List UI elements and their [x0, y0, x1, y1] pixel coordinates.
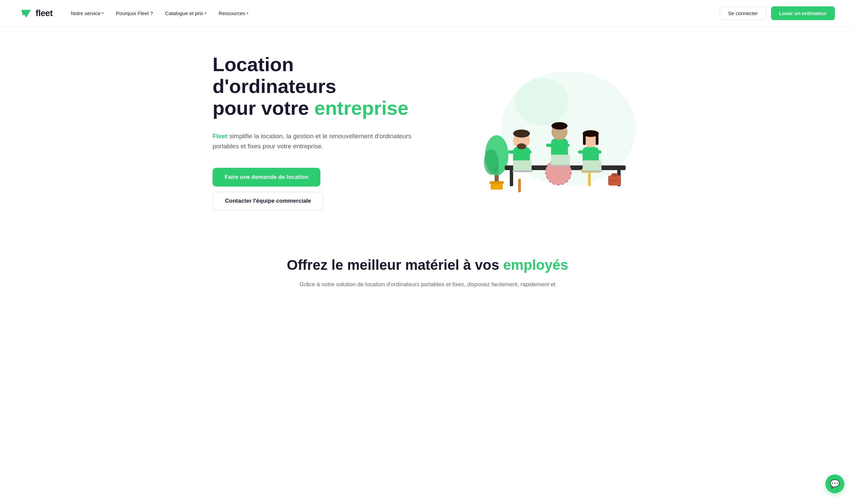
svg-rect-8: [490, 181, 504, 184]
location-request-button[interactable]: Faire une demande de location: [213, 168, 320, 186]
svg-point-3: [515, 78, 569, 125]
nav-item-catalogue[interactable]: Catalogue et prix ▾: [160, 8, 211, 19]
nav-item-notre-service[interactable]: Notre service ▾: [66, 8, 108, 19]
navbar: fleet Notre service ▾ Pourquoi Fleet ? C…: [0, 0, 855, 27]
svg-rect-29: [551, 165, 571, 166]
svg-rect-30: [588, 172, 591, 186]
svg-point-18: [517, 143, 526, 149]
svg-rect-34: [595, 150, 601, 154]
logo-text: fleet: [36, 8, 53, 18]
section-employees: Offrez le meilleur matériel à vos employ…: [226, 230, 629, 302]
rent-computer-button[interactable]: Louer un ordinateur: [771, 6, 835, 20]
nav-links: Notre service ▾ Pourquoi Fleet ? Catalog…: [66, 8, 720, 19]
svg-rect-38: [596, 133, 598, 145]
svg-rect-42: [612, 174, 617, 177]
logo[interactable]: fleet: [20, 7, 53, 19]
hero-buttons: Faire une demande de location Contacter …: [213, 168, 414, 210]
svg-rect-10: [510, 169, 513, 186]
svg-rect-19: [513, 160, 531, 171]
svg-point-6: [484, 149, 499, 175]
hero-section: Location d'ordinateurs pour votre entrep…: [192, 27, 663, 230]
nav-item-pourquoi[interactable]: Pourquoi Fleet ?: [111, 8, 157, 19]
login-button[interactable]: Se connecter: [720, 7, 766, 20]
hero-illustration: [448, 61, 642, 202]
chevron-down-icon: ▾: [102, 11, 104, 15]
chevron-down-icon: ▾: [205, 11, 207, 15]
section-employees-title: Offrez le meilleur matériel à vos employ…: [246, 257, 609, 273]
svg-rect-39: [583, 160, 601, 171]
svg-rect-20: [512, 170, 532, 172]
svg-rect-15: [525, 150, 531, 154]
svg-rect-37: [583, 133, 586, 145]
team-illustration: [451, 61, 639, 202]
nav-actions: Se connecter Louer un ordinateur: [720, 6, 835, 20]
hero-subtitle: Fleet simplifie la location, la gestion …: [213, 131, 414, 152]
chevron-down-icon: ▾: [246, 11, 248, 15]
svg-rect-33: [578, 150, 584, 154]
fleet-logo-icon: [20, 7, 32, 19]
section-employees-subtitle: Grâce à notre solution de location d'ord…: [293, 280, 562, 289]
svg-rect-24: [546, 144, 553, 147]
svg-rect-28: [551, 155, 570, 165]
svg-rect-12: [518, 179, 521, 192]
nav-item-ressources[interactable]: Ressources ▾: [214, 8, 253, 19]
hero-content: Location d'ordinateurs pour votre entrep…: [213, 54, 414, 210]
hero-title: Location d'ordinateurs pour votre entrep…: [213, 54, 414, 119]
contact-team-button[interactable]: Contacter l'équipe commerciale: [213, 192, 324, 210]
svg-point-17: [513, 129, 530, 138]
svg-rect-40: [582, 170, 602, 172]
svg-rect-14: [508, 150, 515, 154]
svg-rect-25: [563, 144, 570, 147]
svg-point-27: [552, 122, 568, 129]
